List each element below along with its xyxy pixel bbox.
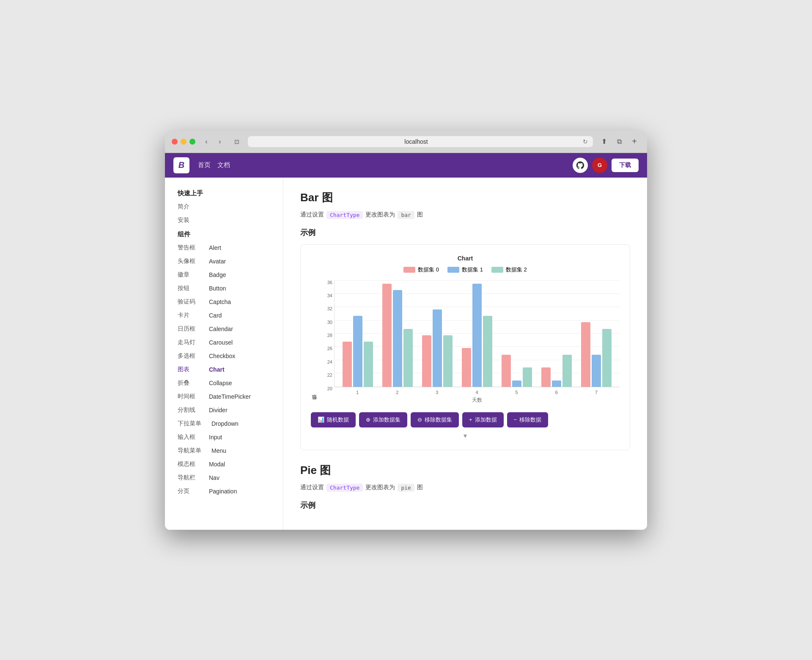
minimize-traffic-light[interactable] bbox=[181, 139, 187, 145]
bar-section-title: Bar 图 bbox=[300, 190, 630, 205]
sidebar-item-nav[interactable]: 导航栏 Nav bbox=[165, 471, 283, 485]
header-icons: G 下载 bbox=[573, 158, 639, 173]
new-tab-button[interactable]: + bbox=[628, 136, 640, 148]
random-data-icon: 📊 bbox=[318, 416, 324, 423]
chevron-down-icon: ▾ bbox=[464, 432, 467, 440]
bar-group bbox=[417, 309, 457, 387]
add-dataset-button[interactable]: ⊕ 添加数据集 bbox=[359, 412, 407, 427]
share-button[interactable]: ⬆ bbox=[598, 136, 610, 148]
bar-desc-middle: 更改图表为 bbox=[365, 211, 395, 219]
duplicate-button[interactable]: ⧉ bbox=[613, 136, 625, 148]
sidebar-item-chart[interactable]: 图表 Chart bbox=[165, 363, 283, 376]
sidebar-section-components: 组件 bbox=[165, 227, 283, 241]
github-icon[interactable] bbox=[573, 158, 588, 173]
pie-desc-prefix: 通过设置 bbox=[300, 484, 324, 491]
bar-desc: 通过设置 ChartType 更改图表为 bar 图 bbox=[300, 211, 630, 219]
bar bbox=[472, 284, 482, 387]
sidebar-item-badge[interactable]: 徽章 Badge bbox=[165, 268, 283, 282]
pie-section: Pie 图 通过设置 ChartType 更改图表为 pie 图 示例 bbox=[300, 463, 630, 510]
sidebar-item-avatar[interactable]: 头像框 Avatar bbox=[165, 255, 283, 268]
bar bbox=[443, 335, 453, 387]
bar bbox=[602, 329, 612, 387]
y-axis-label: 36 bbox=[321, 280, 332, 285]
maximize-traffic-light[interactable] bbox=[189, 139, 195, 145]
legend-item-0: 数据集 0 bbox=[403, 266, 439, 274]
x-axis-label: 6 bbox=[537, 390, 576, 395]
app: B 首页 文档 G 下载 快速上手 bbox=[165, 153, 647, 530]
sidebar-item-captcha[interactable]: 验证码 Captcha bbox=[165, 295, 283, 309]
sidebar-item-intro[interactable]: 简介 bbox=[165, 200, 283, 214]
logo: B bbox=[173, 157, 189, 173]
y-axis-labels: 202224262830323436 bbox=[321, 280, 332, 404]
sidebar-item-alert[interactable]: 警告框 Alert bbox=[165, 241, 283, 255]
legend-color-1 bbox=[447, 267, 459, 273]
bar-example-title: 示例 bbox=[300, 227, 630, 238]
sidebar-item-pagination[interactable]: 分页 Pagination bbox=[165, 485, 283, 498]
chart-area: Chart 数据集 0 数据集 1 bbox=[311, 255, 620, 404]
x-axis-label: 2 bbox=[377, 390, 417, 395]
x-axis-label: 1 bbox=[337, 390, 377, 395]
collapse-arrow[interactable]: ▾ bbox=[311, 432, 620, 440]
sidebar-item-button[interactable]: 按钮 Button bbox=[165, 282, 283, 295]
sidebar-item-modal[interactable]: 模态框 Modal bbox=[165, 457, 283, 471]
sidebar-item-datetimepicker[interactable]: 时间框 DateTimePicker bbox=[165, 390, 283, 403]
pie-desc: 通过设置 ChartType 更改图表为 pie 图 bbox=[300, 484, 630, 492]
bar bbox=[462, 348, 471, 387]
bar-desc-prefix: 通过设置 bbox=[300, 211, 324, 219]
app-body: 快速上手 简介 安装 组件 警告框 Alert 头像框 Avatar 徽章 bbox=[165, 178, 647, 530]
chart-buttons: 📊 随机数据 ⊕ 添加数据集 ⊖ 移除数据集 + bbox=[311, 412, 620, 427]
nav-home[interactable]: 首页 bbox=[198, 161, 211, 169]
bar bbox=[364, 342, 373, 387]
bar bbox=[581, 322, 590, 387]
download-button[interactable]: 下载 bbox=[612, 159, 639, 172]
close-traffic-light[interactable] bbox=[172, 139, 178, 145]
nav-docs[interactable]: 文档 bbox=[217, 161, 230, 169]
pie-type-code: pie bbox=[398, 484, 414, 492]
gitee-icon[interactable]: G bbox=[592, 158, 607, 173]
header-nav: 首页 文档 bbox=[198, 161, 230, 169]
bar-group bbox=[338, 316, 378, 387]
app-header: B 首页 文档 G 下载 bbox=[165, 153, 647, 178]
sidebar-item-dropdown[interactable]: 下拉菜单 Dropdown bbox=[165, 417, 283, 430]
forward-button[interactable]: › bbox=[214, 136, 226, 148]
sidebar-item-install[interactable]: 安装 bbox=[165, 214, 283, 227]
bar bbox=[562, 355, 572, 387]
y-axis-label: 32 bbox=[321, 307, 332, 311]
sidebar-section-quickstart: 快速上手 bbox=[165, 186, 283, 200]
remove-data-button[interactable]: − 移除数据 bbox=[507, 412, 549, 427]
back-button[interactable]: ‹ bbox=[200, 136, 212, 148]
bar bbox=[592, 355, 601, 387]
sidebar-item-carousel[interactable]: 走马灯 Carousel bbox=[165, 336, 283, 349]
legend-item-2: 数据集 2 bbox=[491, 266, 527, 274]
traffic-lights bbox=[172, 139, 195, 145]
sidebar-item-checkbox[interactable]: 多选框 Checkbox bbox=[165, 349, 283, 363]
random-data-label: 随机数据 bbox=[327, 416, 349, 424]
address-bar[interactable] bbox=[253, 138, 579, 145]
nav-arrows: ‹ › bbox=[200, 136, 226, 148]
x-axis-label: 5 bbox=[497, 390, 537, 395]
remove-dataset-button[interactable]: ⊖ 移除数据集 bbox=[411, 412, 459, 427]
y-axis-label: 22 bbox=[321, 373, 332, 378]
y-axis-label: 34 bbox=[321, 293, 332, 298]
sidebar-item-calendar[interactable]: 日历框 Calendar bbox=[165, 322, 283, 336]
bar bbox=[523, 367, 532, 387]
sidebar-item-menu[interactable]: 导航菜单 Menu bbox=[165, 444, 283, 457]
browser-actions: ⬆ ⧉ + bbox=[598, 136, 640, 148]
pie-desc-middle: 更改图表为 bbox=[365, 484, 395, 491]
reload-button[interactable]: ↻ bbox=[583, 138, 588, 145]
x-axis-label: 4 bbox=[457, 390, 497, 395]
bar bbox=[502, 355, 511, 387]
add-data-button[interactable]: + 添加数据 bbox=[462, 412, 504, 427]
tab-icon-button[interactable]: ⊡ bbox=[231, 136, 243, 148]
sidebar-item-card[interactable]: 卡片 Card bbox=[165, 309, 283, 322]
bar bbox=[433, 309, 442, 387]
add-dataset-label: 添加数据集 bbox=[373, 416, 401, 424]
random-data-button[interactable]: 📊 随机数据 bbox=[311, 412, 356, 427]
sidebar-item-collapse[interactable]: 折叠 Collapse bbox=[165, 376, 283, 390]
bar bbox=[393, 290, 402, 387]
sidebar-item-input[interactable]: 输入框 Input bbox=[165, 430, 283, 444]
y-axis-label: 28 bbox=[321, 333, 332, 338]
sidebar-item-divider[interactable]: 分割线 Divider bbox=[165, 403, 283, 417]
pie-example-title: 示例 bbox=[300, 500, 630, 510]
bar bbox=[512, 381, 521, 387]
